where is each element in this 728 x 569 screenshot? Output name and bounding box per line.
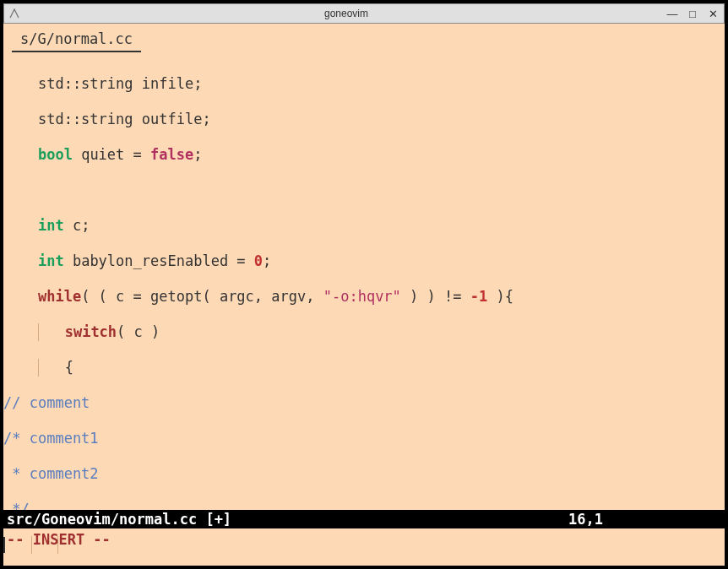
window-title: goneovim	[26, 8, 666, 19]
titlebar[interactable]: goneovim — □ ✕	[3, 3, 725, 24]
status-line: src/Goneovim/normal.cc [+] 16,1	[3, 510, 725, 528]
status-filename: src/Goneovim/normal.cc [+]	[7, 511, 568, 528]
code-text: ;	[193, 146, 202, 163]
keyword-bool: bool	[38, 146, 73, 163]
code-text: std::string infile;	[3, 75, 202, 92]
code-text: quiet =	[73, 146, 150, 163]
comment-block: * comment2	[3, 465, 99, 482]
close-icon[interactable]: ✕	[707, 8, 719, 20]
code-area[interactable]: std::string infile; std::string outfile;…	[3, 52, 725, 569]
keyword-switch: switch	[65, 323, 117, 340]
literal-zero: 0	[254, 252, 263, 269]
app-icon	[9, 8, 19, 19]
literal-false: false	[150, 146, 193, 163]
code-text: ) ) !=	[401, 288, 470, 305]
code-text: ( ( c = getopt( argc, argv,	[81, 288, 323, 305]
window-controls: — □ ✕	[666, 8, 719, 20]
code-text: c;	[64, 217, 90, 234]
keyword-int: int	[38, 217, 64, 234]
comment-block: /* comment1	[3, 430, 99, 447]
code-text: babylon_resEnabled =	[64, 252, 254, 269]
status-position: 16,1	[568, 511, 603, 528]
string-literal: "-o:hqvr"	[323, 288, 401, 305]
code-text: std::string outfile;	[3, 111, 211, 127]
editor-area[interactable]: s/G/normal.cc std::string infile; std::s…	[3, 24, 725, 566]
code-text: {	[65, 359, 73, 376]
code-text: ;	[263, 252, 271, 269]
maximize-icon[interactable]: □	[687, 8, 698, 20]
tab-bar: s/G/normal.cc	[3, 24, 725, 52]
keyword-int: int	[38, 252, 64, 269]
window-frame: goneovim — □ ✕ s/G/normal.cc std::string…	[0, 0, 728, 569]
tab-normal-cc[interactable]: s/G/normal.cc	[12, 29, 141, 52]
code-text: ){	[487, 288, 513, 305]
keyword-while: while	[38, 288, 81, 305]
mode-indicator: -- INSERT --	[7, 531, 111, 549]
code-text: ( c )	[117, 323, 160, 340]
literal-neg1: -1	[470, 288, 487, 305]
comment-line: // comment	[3, 394, 90, 411]
minimize-icon[interactable]: —	[666, 8, 678, 20]
text-cursor	[3, 537, 5, 553]
